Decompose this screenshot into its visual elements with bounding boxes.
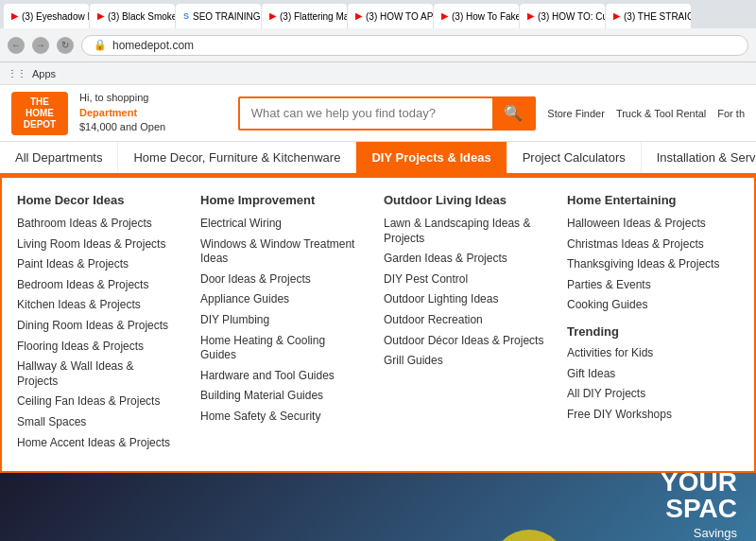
apps-icon: ⋮⋮ bbox=[8, 68, 26, 79]
link-halloween[interactable]: Halloween Ideas & Projects bbox=[567, 217, 728, 232]
link-home-safety[interactable]: Home Safety & Security bbox=[200, 410, 361, 425]
nav-installation[interactable]: Installation & Services bbox=[642, 142, 756, 173]
link-dining-room[interactable]: Dining Room Ideas & Projects bbox=[17, 319, 178, 334]
tab-8[interactable]: ▶ (3) THE STRAIGH bbox=[606, 4, 691, 28]
link-paint-ideas[interactable]: Paint Ideas & Projects bbox=[17, 257, 178, 272]
nav-home-decor-label: Home Decor, Furniture & Kitchenware bbox=[133, 150, 340, 165]
tab-5[interactable]: ▶ (3) HOW TO APPL... bbox=[348, 4, 433, 28]
link-ceiling-fan[interactable]: Ceiling Fan Ideas & Projects bbox=[17, 394, 178, 410]
nav-all-departments[interactable]: All Departments bbox=[0, 142, 118, 173]
url-text: homedepot.com bbox=[112, 39, 194, 52]
link-activities-kids[interactable]: Activities for Kids bbox=[567, 346, 728, 361]
link-parties[interactable]: Parties & Events bbox=[567, 278, 728, 293]
link-thanksgiving[interactable]: Thanksgiving Ideas & Projects bbox=[567, 257, 728, 272]
tab-7-label: (3) HOW TO: Cut... bbox=[538, 11, 605, 22]
youtube-icon-4: ▶ bbox=[269, 11, 276, 21]
tab-2[interactable]: ▶ (3) Black Smokey... bbox=[90, 4, 175, 28]
hero-sub: Savings + Free D bbox=[661, 526, 737, 541]
link-flooring-ideas[interactable]: Flooring Ideas & Projects bbox=[17, 340, 178, 355]
address-bar[interactable]: 🔒 homedepot.com bbox=[81, 35, 748, 56]
tab-7[interactable]: ▶ (3) HOW TO: Cut... bbox=[520, 4, 605, 28]
account-detail: $14,000 and Open bbox=[79, 120, 227, 134]
link-small-spaces[interactable]: Small Spaces bbox=[17, 415, 178, 430]
refresh-button[interactable]: ↻ bbox=[57, 37, 74, 54]
link-garden-ideas[interactable]: Garden Ideas & Projects bbox=[384, 252, 544, 267]
link-lawn-landscaping[interactable]: Lawn & Landscaping Ideas & Projects bbox=[384, 217, 544, 246]
tab-3-label: SEO TRAINING bbox=[193, 11, 261, 22]
dropdown-col-home-improvement: Home Improvement Electrical Wiring Windo… bbox=[189, 193, 372, 456]
nav-diy-projects[interactable]: DIY Projects & Ideas bbox=[356, 142, 507, 173]
back-button[interactable]: ← bbox=[8, 37, 25, 54]
nav-installation-label: Installation & Services bbox=[657, 150, 756, 165]
link-pest-control[interactable]: DIY Pest Control bbox=[384, 272, 544, 288]
account-name: Department bbox=[79, 106, 227, 120]
col-title-entertaining: Home Entertaining bbox=[567, 193, 728, 207]
link-building-material[interactable]: Building Material Guides bbox=[200, 389, 361, 404]
link-outdoor-lighting[interactable]: Outdoor Lighting Ideas bbox=[384, 292, 544, 307]
link-christmas[interactable]: Christmas Ideas & Projects bbox=[567, 237, 728, 253]
link-hallway-wall[interactable]: Hallway & Wall Ideas & Projects bbox=[17, 359, 178, 389]
truck-rental-link[interactable]: Truck & Tool Rental bbox=[616, 108, 706, 119]
search-box: 🔍 bbox=[238, 96, 537, 131]
link-outdoor-decor[interactable]: Outdoor Décor Ideas & Projects bbox=[384, 334, 544, 349]
more-link[interactable]: For th bbox=[717, 108, 745, 119]
tab-5-label: (3) HOW TO APPL... bbox=[366, 11, 433, 22]
browser-chrome: ← → ↻ 🔒 homedepot.com bbox=[0, 28, 756, 62]
seo-icon: S bbox=[183, 11, 189, 21]
link-electrical[interactable]: Electrical Wiring bbox=[200, 217, 361, 232]
diy-dropdown: Home Decor Ideas Bathroom Ideas & Projec… bbox=[0, 176, 756, 473]
hero-banner: YOUR SPAC Savings + Free D Shop bbox=[0, 473, 756, 541]
tab-8-label: (3) THE STRAIGH bbox=[624, 11, 691, 22]
link-plumbing[interactable]: DIY Plumbing bbox=[200, 313, 361, 328]
account-section: Hi, to shopping Department $14,000 and O… bbox=[79, 91, 227, 134]
link-home-accent[interactable]: Home Accent Ideas & Projects bbox=[17, 436, 178, 451]
lock-icon: 🔒 bbox=[94, 39, 107, 51]
nav-project-calculators[interactable]: Project Calculators bbox=[507, 142, 642, 173]
link-free-workshops[interactable]: Free DIY Workshops bbox=[567, 408, 728, 423]
tab-3[interactable]: S SEO TRAINING bbox=[176, 4, 261, 28]
site-header: THE HOME DEPOT Hi, to shopping Departmen… bbox=[0, 85, 756, 142]
search-button[interactable]: 🔍 bbox=[492, 98, 534, 129]
tab-2-label: (3) Black Smokey... bbox=[108, 11, 175, 22]
nav-diy-label: DIY Projects & Ideas bbox=[371, 150, 490, 165]
nav-calculators-label: Project Calculators bbox=[523, 150, 626, 165]
link-appliance[interactable]: Appliance Guides bbox=[200, 292, 361, 307]
dropdown-col-entertaining: Home Entertaining Halloween Ideas & Proj… bbox=[556, 193, 739, 456]
link-windows[interactable]: Windows & Window Treatment Ideas bbox=[200, 237, 361, 267]
link-gift-ideas[interactable]: Gift Ideas bbox=[567, 367, 728, 382]
link-all-diy[interactable]: All DIY Projects bbox=[567, 387, 728, 402]
tab-1[interactable]: ▶ (3) Eyeshadow Do... bbox=[4, 4, 89, 28]
account-greeting: Hi, to shopping bbox=[79, 91, 227, 105]
link-living-room[interactable]: Living Room Ideas & Projects bbox=[17, 237, 178, 253]
bookmarks-bar: ⋮⋮ Apps bbox=[0, 62, 756, 85]
logo-line2: HOME bbox=[24, 108, 56, 119]
link-cooking-guides[interactable]: Cooking Guides bbox=[567, 298, 728, 313]
home-depot-logo[interactable]: THE HOME DEPOT bbox=[11, 92, 68, 135]
tab-4[interactable]: ▶ (3) Flattering Mak... bbox=[262, 4, 347, 28]
link-bedroom-ideas[interactable]: Bedroom Ideas & Projects bbox=[17, 278, 178, 293]
link-bathroom-ideas[interactable]: Bathroom Ideas & Projects bbox=[17, 217, 178, 232]
forward-button[interactable]: → bbox=[32, 37, 49, 54]
apps-label[interactable]: Apps bbox=[32, 68, 56, 79]
tab-4-label: (3) Flattering Mak... bbox=[280, 11, 347, 22]
link-outdoor-recreation[interactable]: Outdoor Recreation bbox=[384, 313, 544, 328]
nav-home-decor[interactable]: Home Decor, Furniture & Kitchenware bbox=[118, 142, 356, 173]
trending-title: Trending bbox=[567, 324, 728, 339]
logo-line3: DEPOT bbox=[24, 119, 56, 131]
tab-1-label: (3) Eyeshadow Do... bbox=[22, 11, 89, 22]
browser-tabs-bar: ▶ (3) Eyeshadow Do... ▶ (3) Black Smokey… bbox=[0, 0, 756, 28]
link-grill-guides[interactable]: Grill Guides bbox=[384, 354, 544, 369]
link-doors[interactable]: Door Ideas & Projects bbox=[200, 272, 361, 288]
store-finder-link[interactable]: Store Finder bbox=[547, 108, 605, 119]
main-nav: All Departments Home Decor, Furniture & … bbox=[0, 142, 756, 176]
logo-line1: THE bbox=[24, 96, 56, 108]
col-title-outdoor: Outdoor Living Ideas bbox=[384, 193, 544, 207]
search-input[interactable] bbox=[240, 98, 493, 129]
header-links: Store Finder Truck & Tool Rental For th bbox=[547, 108, 745, 119]
tab-6-label: (3) How To Fake B... bbox=[452, 11, 519, 22]
link-hardware-tools[interactable]: Hardware and Tool Guides bbox=[200, 369, 361, 384]
link-heating-cooling[interactable]: Home Heating & Cooling Guides bbox=[200, 334, 361, 363]
tab-6[interactable]: ▶ (3) How To Fake B... bbox=[434, 4, 519, 28]
link-kitchen-ideas[interactable]: Kitchen Ideas & Projects bbox=[17, 298, 178, 313]
trending-section: Trending Activities for Kids Gift Ideas … bbox=[567, 324, 728, 422]
